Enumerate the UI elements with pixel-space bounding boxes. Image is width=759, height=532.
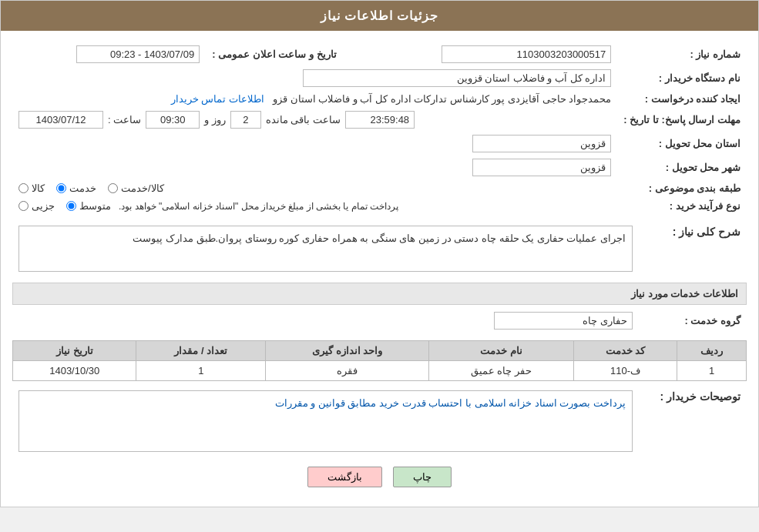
row-ijad-konande: ایجاد کننده درخواست : محمدجواد حاجی آقای… — [12, 90, 747, 108]
radio-kala-input[interactable] — [18, 183, 29, 193]
noع-note: پرداخت تمام یا بخشی از مبلغ خریداز محل "… — [119, 201, 398, 212]
group-khadamat-label: گروه خدمت : — [639, 309, 747, 333]
radio-jozee-input[interactable] — [18, 201, 29, 211]
radio-kala-khedmat-input[interactable] — [108, 183, 118, 193]
shomara-input: 1103003203000517 — [442, 45, 611, 63]
row-ostan-takhvil: استان محل تحویل : قزوین — [12, 132, 747, 156]
table-row: 1ف-110حفر چاه عمیقفقره11403/10/30 — [13, 361, 747, 381]
kala-khedmat-label: کالا/خدمت — [121, 182, 164, 194]
khedmat-label: خدمت — [69, 182, 96, 194]
shahr-takhvil-input: قزوین — [472, 159, 611, 176]
cell-radif: 1 — [677, 361, 747, 381]
roz-label: روز و — [204, 114, 226, 125]
tarikh-elam-input: 1403/07/09 - 09:23 — [76, 45, 200, 63]
cell-tedad: 1 — [136, 361, 266, 381]
ostan-takhvil-input: قزوین — [472, 135, 611, 152]
tabaqa-label: طبقه بندی موضوعی : — [617, 179, 747, 197]
col-vahed: واحد اندازه گیری — [266, 341, 429, 361]
buyer-note-text: پرداخت بصورت اسناد خزانه اسلامی با احتسا… — [18, 390, 633, 452]
row-shomara-tarikh: شماره نیاز : 1103003203000517 تاریخ و سا… — [12, 42, 747, 66]
tabaqa-radio-group: کالا/خدمت خدمت کالا — [18, 182, 611, 194]
group-khadamat-table: گروه خدمت : حفاری چاه — [12, 309, 747, 333]
khadamat-section-title: اطلاعات خدمات مورد نیاز — [12, 283, 747, 305]
baqi-value: 23:59:48 — [345, 111, 415, 129]
service-table-head: ردیف کد خدمت نام خدمت واحد اندازه گیری ت… — [13, 341, 747, 361]
sharh-text: اجرای عملیات حفاری یک حلقه چاه دستی در ز… — [18, 226, 633, 272]
row-nam-dastgah: نام دستگاه خریدار : اداره کل آب و فاضلاب… — [12, 66, 747, 90]
button-row: چاپ بازگشت — [12, 467, 747, 487]
row-tabaqa: طبقه بندی موضوعی : کالا/خدمت خدمت کالا — [12, 179, 747, 197]
radio-motaset[interactable]: متوسط — [66, 200, 111, 212]
cell-tarikh: 1403/10/30 — [13, 361, 136, 381]
cell-vahed: فقره — [266, 361, 429, 381]
radio-khedmat[interactable]: خدمت — [56, 182, 96, 194]
roz-value: 2 — [230, 111, 261, 129]
info-table: شماره نیاز : 1103003203000517 تاریخ و سا… — [12, 42, 747, 215]
page-header: جزئیات اطلاعات نیاز — [1, 1, 758, 31]
shomara-label: شماره نیاز : — [617, 42, 747, 66]
shahr-takhvil-label: شهر محل تحویل : — [617, 156, 747, 179]
row-shahr-takhvil: شهر محل تحویل : قزوین — [12, 156, 747, 179]
motaset-label: متوسط — [79, 200, 111, 212]
service-table-body: 1ف-110حفر چاه عمیقفقره11403/10/30 — [13, 361, 747, 381]
back-button[interactable]: بازگشت — [307, 467, 382, 487]
sharh-label: شرح کلی نیاز : — [639, 223, 747, 275]
col-name: نام خدمت — [428, 341, 573, 361]
noع-farayand-label: نوع فرآیند خرید : — [617, 197, 747, 215]
service-table-header-row: ردیف کد خدمت نام خدمت واحد اندازه گیری ت… — [13, 341, 747, 361]
page-wrapper: جزئیات اطلاعات نیاز شماره نیاز : 1103003… — [0, 0, 759, 507]
radio-khedmat-input[interactable] — [56, 183, 66, 193]
cell-name: حفر چاه عمیق — [428, 361, 573, 381]
tarikh-value: 1403/07/12 — [18, 111, 103, 129]
mohlat-row: 23:59:48 ساعت باقی مانده 2 روز و 09:30 س… — [18, 111, 611, 129]
baqi-label: ساعت باقی مانده — [266, 114, 341, 125]
col-tedad: تعداد / مقدار — [136, 341, 266, 361]
row-buyer-note: توصیحات خریدار : پرداخت بصورت اسناد خزان… — [12, 387, 747, 455]
cell-kod: ف-110 — [573, 361, 677, 381]
radio-kala[interactable]: کالا — [18, 182, 45, 194]
ijad-konande-value: محمدجواد حاجی آقایزدی پور کارشناس تدارکا… — [12, 90, 617, 108]
contact-info-link[interactable]: اطلاعات تماس خریدار — [171, 93, 264, 105]
group-khadamat-value: حفاری چاه — [494, 312, 633, 330]
main-content: شماره نیاز : 1103003203000517 تاریخ و سا… — [1, 31, 758, 507]
shahr-takhvil-value: قزوین — [12, 156, 617, 179]
saat-label: ساعت : — [108, 114, 141, 125]
row-noع-farayand: نوع فرآیند خرید : پرداخت تمام یا بخشی از… — [12, 197, 747, 215]
row-mohlat: مهلت ارسال پاسخ: تا تاریخ : 23:59:48 ساع… — [12, 108, 747, 132]
noع-radio-group: متوسط جزیی — [18, 200, 111, 212]
service-table: ردیف کد خدمت نام خدمت واحد اندازه گیری ت… — [12, 340, 747, 381]
ijad-konande-label: ایجاد کننده درخواست : — [617, 90, 747, 108]
saat-value: 09:30 — [146, 111, 200, 129]
ostan-takhvil-label: استان محل تحویل : — [617, 132, 747, 156]
radio-motaset-input[interactable] — [66, 201, 76, 211]
page-title: جزئیات اطلاعات نیاز — [321, 9, 439, 22]
sharh-table: شرح کلی نیاز : اجرای عملیات حفاری یک حلق… — [12, 223, 747, 275]
tarikh-elam-value: 1403/07/09 - 09:23 — [12, 42, 206, 66]
tarikh-elam-label: تاریخ و ساعت اعلان عمومی : — [206, 42, 342, 66]
nam-dastgah-input: اداره کل آب و فاضلاب استان قزوین — [303, 69, 611, 87]
buyer-note-table: توصیحات خریدار : پرداخت بصورت اسناد خزان… — [12, 387, 747, 455]
kala-label: کالا — [32, 182, 45, 194]
row-group-khadamat: گروه خدمت : حفاری چاه — [12, 309, 747, 333]
shomara-value: 1103003203000517 — [358, 42, 618, 66]
nam-dastgah-label: نام دستگاه خریدار : — [617, 66, 747, 90]
ijad-konande-text: محمدجواد حاجی آقایزدی پور کارشناس تدارکا… — [273, 93, 611, 105]
radio-kala-khedmat[interactable]: کالا/خدمت — [108, 182, 164, 194]
mohlat-label: مهلت ارسال پاسخ: تا تاریخ : — [617, 108, 747, 132]
buyer-note-label: توصیحات خریدار : — [639, 387, 747, 455]
radio-jozee[interactable]: جزیی — [18, 200, 55, 212]
row-sharh: شرح کلی نیاز : اجرای عملیات حفاری یک حلق… — [12, 223, 747, 275]
jozee-label: جزیی — [32, 200, 55, 212]
col-tarikh: تاریخ نیاز — [13, 341, 136, 361]
nam-dastgah-value: اداره کل آب و فاضلاب استان قزوین — [12, 66, 617, 90]
col-radif: ردیف — [677, 341, 747, 361]
noع-farayand-row: پرداخت تمام یا بخشی از مبلغ خریداز محل "… — [18, 200, 611, 212]
col-kod: کد خدمت — [573, 341, 677, 361]
print-button[interactable]: چاپ — [393, 467, 452, 487]
ostan-takhvil-value: قزوین — [12, 132, 617, 156]
